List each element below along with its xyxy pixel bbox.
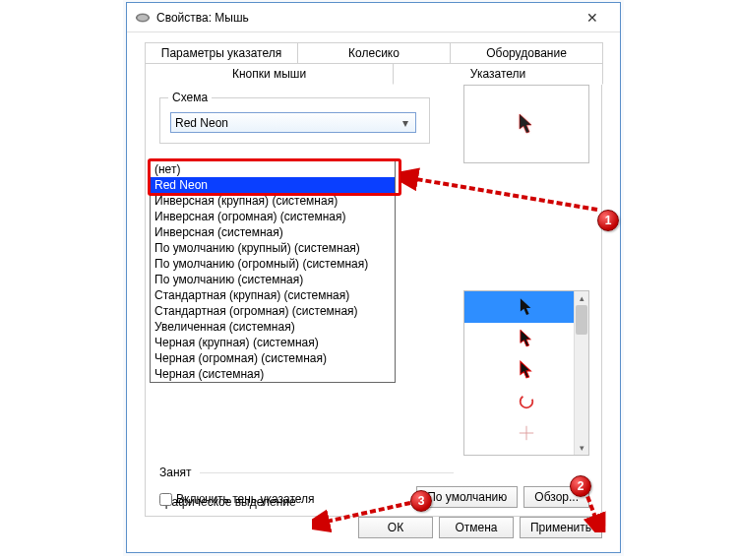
tab-pointer-options[interactable]: Параметры указателя (145, 42, 298, 63)
cursor-list-item[interactable] (464, 417, 588, 449)
crosshair-icon (518, 424, 535, 442)
scroll-up-arrow[interactable]: ▴ (575, 291, 588, 305)
chevron-down-icon: ▾ (398, 115, 412, 130)
scheme-option[interactable]: Инверсная (крупная) (системная) (151, 193, 395, 209)
scheme-option[interactable]: (нет) (151, 161, 395, 177)
divider (200, 472, 454, 473)
busy-label: Занят (159, 466, 192, 479)
svg-point-1 (138, 15, 149, 21)
cursor-arrow-icon (520, 297, 533, 317)
scheme-selected-value: Red Neon (175, 116, 228, 130)
annotation-badge-1: 1 (597, 210, 619, 231)
cursor-arrow-icon (520, 329, 533, 348)
scheme-option[interactable]: Черная (огромная) (системная) (151, 350, 395, 366)
scheme-option[interactable]: Инверсная (огромная) (системная) (151, 209, 395, 224)
busy-spinner-icon (518, 393, 535, 410)
scheme-option[interactable]: По умолчанию (огромный) (системная) (151, 256, 395, 272)
cursor-list[interactable]: ▴ ▾ (463, 290, 589, 456)
scheme-option[interactable]: Стандартная (огромная) (системная) (151, 303, 395, 319)
cursor-list-item[interactable] (464, 291, 588, 323)
scheme-option[interactable]: По умолчанию (системная) (151, 272, 395, 287)
scheme-option[interactable]: Черная (крупная) (системная) (151, 335, 395, 350)
scheme-group-label: Схема (168, 91, 212, 104)
scheme-dropdown-list[interactable]: (нет) Red Neon Инверсная (крупная) (сист… (150, 160, 396, 383)
close-icon: ✕ (586, 10, 598, 26)
mouse-icon (135, 12, 151, 24)
scheme-option[interactable]: Инверсная (системная) (151, 224, 395, 240)
defaults-button[interactable]: По умолчанию (416, 486, 518, 508)
scheme-option[interactable]: Увеличенная (системная) (151, 319, 395, 335)
dialog-button-row: ОК Отмена Применить (358, 517, 602, 538)
scroll-thumb[interactable] (576, 305, 587, 335)
tab-buttons[interactable]: Кнопки мыши (145, 63, 394, 85)
scheme-option[interactable]: Черная (системная) (151, 366, 395, 382)
tab-hardware[interactable]: Оборудование (450, 42, 603, 63)
tab-pointers[interactable]: Указатели (393, 63, 603, 85)
cursor-list-scrollbar[interactable]: ▴ ▾ (574, 291, 588, 455)
scheme-option[interactable]: Red Neon (151, 177, 395, 193)
cancel-button[interactable]: Отмена (439, 517, 514, 538)
cursor-preview (463, 85, 589, 163)
pointer-shadow-label: Включить тень указателя (176, 492, 315, 506)
scroll-down-arrow[interactable]: ▾ (575, 441, 588, 455)
cursor-list-item[interactable] (464, 354, 588, 386)
pointer-shadow-checkbox[interactable] (159, 493, 172, 506)
annotation-badge-3: 3 (410, 490, 432, 512)
pointer-shadow-checkbox-row: Включить тень указателя (159, 492, 315, 506)
close-button[interactable]: ✕ (573, 4, 612, 31)
cursor-arrow-icon (520, 360, 533, 380)
tab-row-1: Параметры указателя Колесико Оборудовани… (145, 42, 602, 64)
titlebar: Свойства: Мышь ✕ (127, 3, 620, 32)
mouse-properties-window: Свойства: Мышь ✕ Параметры указателя Кол… (126, 2, 621, 553)
cursor-list-item[interactable] (464, 323, 588, 354)
scheme-groupbox: Схема Red Neon ▾ (159, 97, 430, 144)
svg-point-2 (521, 396, 533, 408)
scheme-combobox[interactable]: Red Neon ▾ (170, 112, 416, 133)
scheme-button-row: По умолчанию Обзор... (416, 486, 589, 508)
tab-row-2: Кнопки мыши Указатели (145, 63, 602, 85)
scheme-option[interactable]: Стандартная (крупная) (системная) (151, 287, 395, 303)
tab-wheel[interactable]: Колесико (297, 42, 451, 63)
ok-button[interactable]: ОК (358, 517, 433, 538)
window-title: Свойства: Мышь (156, 11, 573, 25)
scheme-option[interactable]: По умолчанию (крупный) (системная) (151, 240, 395, 256)
cursor-list-item[interactable] (464, 386, 588, 417)
apply-button[interactable]: Применить (520, 517, 602, 538)
cursor-arrow-icon (519, 113, 534, 135)
annotation-badge-2: 2 (570, 475, 591, 497)
